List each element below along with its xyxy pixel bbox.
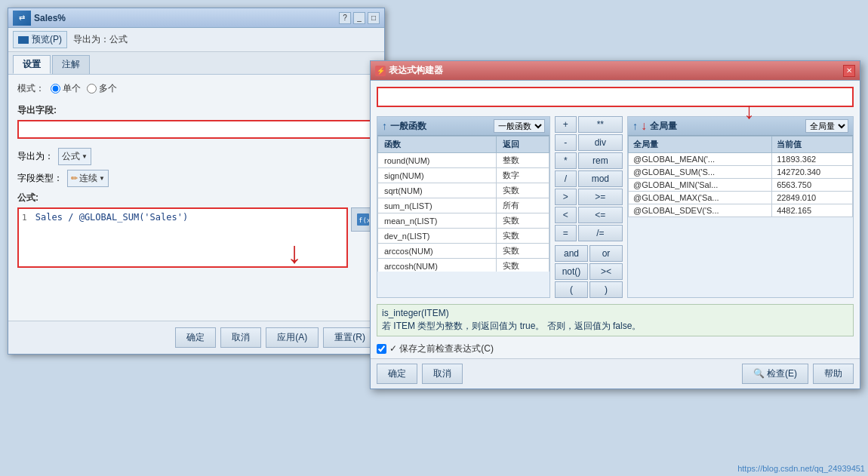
op-neq[interactable]: /= bbox=[578, 225, 623, 241]
global-panel: ↑ ↓ 全局量 全局量 全局量 当前值 @GLOBAL_MEAN('... bbox=[627, 116, 854, 298]
op-minus[interactable]: - bbox=[555, 134, 577, 151]
reset-btn[interactable]: 重置(R) bbox=[323, 327, 377, 348]
func-row[interactable]: sign(NUM)数字 bbox=[378, 168, 549, 183]
help-btn[interactable]: ? bbox=[339, 12, 351, 24]
export-field-input[interactable]: Sales% bbox=[17, 120, 375, 139]
apply-btn[interactable]: 应用(A) bbox=[266, 327, 319, 348]
func-name: sqrt(NUM) bbox=[378, 183, 497, 198]
func-scroll: 函数 返回 round(NUM)整数sign(NUM)数字sqrt(NUM)实数… bbox=[377, 136, 549, 272]
ok-btn[interactable]: 确定 bbox=[175, 327, 216, 348]
preview-btn[interactable]: 预览(P) bbox=[13, 31, 67, 48]
checkbox-row: ✓ 保存之前检查表达式(C) bbox=[371, 339, 860, 358]
expr-help-btn[interactable]: 帮助 bbox=[813, 364, 854, 384]
global-category-select[interactable]: 全局量 bbox=[805, 119, 848, 133]
global-table: 全局量 当前值 @GLOBAL_MEAN('...11893.362@GLOBA… bbox=[628, 136, 853, 217]
op-lte[interactable]: <= bbox=[578, 207, 623, 223]
formula-wrapper: 1 Sales / @GLOBAL_SUM('Sales') f(x) bbox=[17, 207, 375, 268]
op-gte[interactable]: >= bbox=[578, 189, 623, 205]
radio-single[interactable]: 单个 bbox=[51, 82, 81, 95]
tab-settings[interactable]: 设置 bbox=[13, 55, 51, 74]
op-plus[interactable]: + bbox=[555, 116, 577, 133]
global-panel-header: ↑ ↓ 全局量 全局量 bbox=[628, 117, 853, 136]
watermark: https://blog.csdn.net/qq_24939451 bbox=[737, 464, 865, 473]
expr-ok-btn[interactable]: 确定 bbox=[377, 364, 417, 384]
global-row[interactable]: @GLOBAL_SUM('S...142720.340 bbox=[629, 166, 853, 179]
titlebar-left: ⇄ Sales% bbox=[13, 11, 66, 26]
radio-multi[interactable]: 多个 bbox=[87, 82, 117, 95]
op-mod[interactable]: mod bbox=[578, 170, 623, 187]
tab-notes[interactable]: 注解 bbox=[52, 55, 90, 74]
expr-top-input[interactable]: Sales / @GLOBAL_SUM('Sales') bbox=[377, 87, 854, 107]
expr-bottom: 确定 取消 🔍 检查(E) 帮助 bbox=[371, 358, 860, 388]
func-tbody: round(NUM)整数sign(NUM)数字sqrt(NUM)实数sum_n(… bbox=[378, 153, 549, 272]
red-arrow-2: ↓ bbox=[743, 98, 755, 124]
func-name: arccos(NUM) bbox=[378, 244, 497, 259]
op-rem[interactable]: rem bbox=[578, 152, 623, 169]
op-not[interactable]: not() bbox=[555, 263, 588, 280]
nav-icon: ⇄ bbox=[13, 11, 31, 26]
func-name: dev_n(LIST) bbox=[378, 229, 497, 244]
global-value: 11893.362 bbox=[772, 153, 853, 166]
maximize-btn[interactable]: □ bbox=[368, 12, 380, 24]
op-gt[interactable]: > bbox=[555, 189, 577, 205]
preview-icon bbox=[18, 36, 29, 44]
export-label: 导出为：公式 bbox=[73, 33, 128, 46]
op-panel: + ** - div * rem / mod > >= < <= = /= an… bbox=[555, 116, 623, 298]
formula-label: 公式: bbox=[17, 192, 375, 204]
func-name: round(NUM) bbox=[378, 153, 497, 168]
op-and[interactable]: and bbox=[555, 245, 588, 262]
func-row[interactable]: round(NUM)整数 bbox=[378, 153, 549, 168]
col-global: 全局量 bbox=[629, 137, 772, 153]
global-name: @GLOBAL_SDEV('S... bbox=[629, 204, 772, 217]
svg-text:f(x): f(x) bbox=[359, 217, 371, 224]
func-return: 实数 bbox=[497, 229, 549, 244]
op-lparen[interactable]: ( bbox=[555, 281, 588, 298]
global-row[interactable]: @GLOBAL_MIN('Sal...6563.750 bbox=[629, 179, 853, 192]
global-value: 6563.750 bbox=[772, 179, 853, 192]
op-div[interactable]: div bbox=[578, 134, 623, 151]
col-func: 函数 bbox=[378, 137, 497, 153]
func-panel-header: ↑ 一般函数 一般函数 bbox=[377, 117, 549, 136]
save-check-label[interactable]: ✓ 保存之前检查表达式(C) bbox=[389, 342, 494, 355]
func-row[interactable]: mean_n(LIST)实数 bbox=[378, 213, 549, 229]
func-row[interactable]: sqrt(NUM)实数 bbox=[378, 183, 549, 198]
op-lt[interactable]: < bbox=[555, 207, 577, 223]
expr-check-btn[interactable]: 🔍 检查(E) bbox=[742, 364, 808, 384]
op-eq[interactable]: = bbox=[555, 225, 577, 241]
expr-close-btn[interactable]: ✕ bbox=[843, 65, 855, 77]
func-name: mean_n(LIST) bbox=[378, 213, 497, 229]
cancel-btn[interactable]: 取消 bbox=[220, 327, 261, 348]
save-check[interactable] bbox=[377, 344, 386, 354]
expr-title: 表达式构建器 bbox=[389, 64, 443, 77]
global-value: 4482.165 bbox=[772, 204, 853, 217]
op-neq2[interactable]: >< bbox=[589, 263, 623, 280]
up-arrow-icon: ↑ bbox=[382, 120, 387, 132]
expr-cancel-btn[interactable]: 取消 bbox=[422, 364, 463, 384]
red-arrow-1: ↑ bbox=[287, 240, 302, 274]
op-or[interactable]: or bbox=[589, 245, 623, 262]
op-power[interactable]: ** bbox=[578, 116, 623, 133]
tab-row: 设置 注解 bbox=[8, 52, 384, 75]
desc-line2: 若 ITEM 类型为整数，则返回值为 true。 否则，返回值为 false。 bbox=[382, 320, 848, 333]
expr-titlebar: ⚡ 表达式构建器 ✕ bbox=[371, 61, 860, 81]
func-row[interactable]: sum_n(LIST)所有 bbox=[378, 198, 549, 213]
func-row[interactable]: arccos(NUM)实数 bbox=[378, 244, 549, 259]
func-row[interactable]: arccosh(NUM)实数 bbox=[378, 259, 549, 272]
global-row[interactable]: @GLOBAL_MEAN('...11893.362 bbox=[629, 153, 853, 166]
global-row[interactable]: @GLOBAL_MAX('Sa...22849.010 bbox=[629, 192, 853, 204]
func-row[interactable]: dev_n(LIST)实数 bbox=[378, 229, 549, 244]
export-to-select[interactable]: 公式 ▼ bbox=[58, 148, 91, 165]
mode-row: 模式： 单个 多个 bbox=[17, 82, 375, 95]
op-divide[interactable]: / bbox=[555, 170, 577, 187]
func-name: sign(NUM) bbox=[378, 168, 497, 183]
desc-area: is_integer(ITEM) 若 ITEM 类型为整数，则返回值为 true… bbox=[377, 304, 854, 336]
minimize-btn[interactable]: _ bbox=[353, 12, 365, 24]
field-type-select[interactable]: ✏ 连续 ▼ bbox=[67, 170, 109, 187]
func-panel: ↑ 一般函数 一般函数 函数 返回 round(NUM)整数sig bbox=[377, 116, 550, 298]
op-multiply[interactable]: * bbox=[555, 152, 577, 169]
export-to-label: 导出为： bbox=[17, 150, 54, 163]
op-rparen[interactable]: ) bbox=[589, 281, 623, 298]
global-name: @GLOBAL_MIN('Sal... bbox=[629, 179, 772, 192]
func-category-select[interactable]: 一般函数 bbox=[494, 119, 545, 133]
global-row[interactable]: @GLOBAL_SDEV('S...4482.165 bbox=[629, 204, 853, 217]
